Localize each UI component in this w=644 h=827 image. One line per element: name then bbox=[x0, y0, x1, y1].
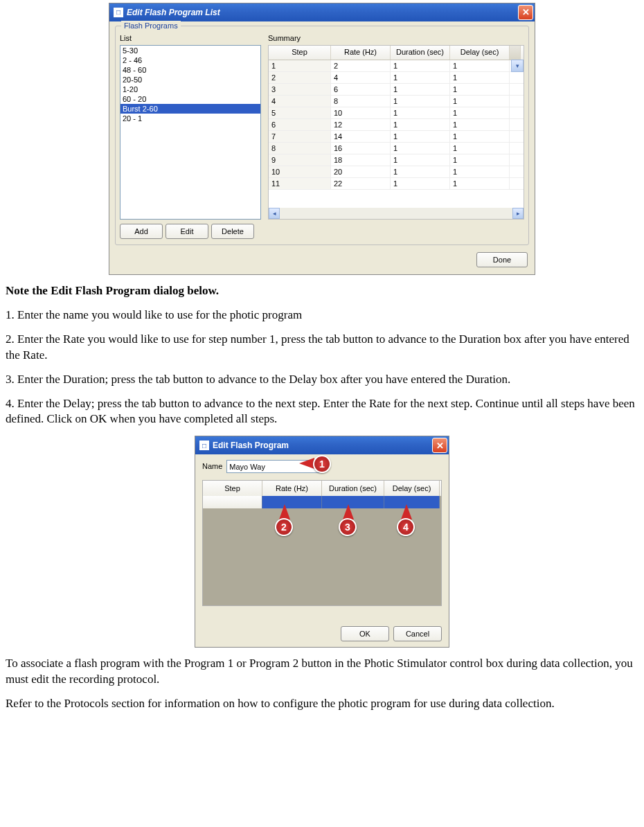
column-header-delay[interactable]: Delay (sec) bbox=[450, 46, 510, 60]
delay-cell[interactable] bbox=[384, 496, 440, 508]
rate-cell[interactable] bbox=[262, 496, 322, 508]
scroll-left-icon[interactable]: ◂ bbox=[269, 208, 280, 219]
scroll-right-icon[interactable]: ▸ bbox=[512, 208, 524, 219]
cell-rate: 14 bbox=[331, 131, 391, 142]
cell-delay: 1 bbox=[450, 107, 510, 118]
dialog-title: Edit Flash Program bbox=[213, 440, 432, 451]
cell-step: 9 bbox=[269, 154, 331, 166]
list-item[interactable]: 20-50 bbox=[120, 75, 260, 85]
table-row[interactable]: 51011 bbox=[269, 107, 524, 119]
cell-step: 7 bbox=[269, 131, 331, 142]
cell-delay: 1 bbox=[450, 178, 510, 189]
scroll-down-icon[interactable]: ▾ bbox=[511, 60, 524, 72]
cell-step: 6 bbox=[269, 119, 331, 130]
add-button[interactable]: Add bbox=[120, 224, 163, 239]
summary-label: Summary bbox=[268, 33, 524, 44]
column-header-rate[interactable]: Rate (Hz) bbox=[331, 46, 391, 60]
table-row[interactable]: 2411 bbox=[269, 72, 524, 84]
table-row[interactable]: 1211 bbox=[269, 60, 524, 72]
cell-rate: 12 bbox=[331, 119, 391, 130]
cell-delay: 1 bbox=[450, 60, 510, 71]
table-row[interactable]: 71411 bbox=[269, 131, 524, 143]
cell-rate: 6 bbox=[331, 84, 391, 95]
cell-rate: 2 bbox=[331, 60, 391, 71]
titlebar: □ Edit Flash Program ✕ bbox=[195, 436, 449, 454]
step-cell[interactable] bbox=[203, 496, 262, 508]
cell-delay: 1 bbox=[450, 96, 510, 107]
column-header-duration[interactable]: Duration (sec) bbox=[391, 46, 450, 60]
cell-delay: 1 bbox=[450, 154, 510, 166]
table-row[interactable]: 61211 bbox=[269, 119, 524, 131]
column-header-step[interactable]: Step bbox=[203, 481, 262, 496]
done-button[interactable]: Done bbox=[476, 252, 528, 267]
list-item[interactable]: 2 - 46 bbox=[120, 55, 260, 65]
delete-button[interactable]: Delete bbox=[211, 224, 254, 239]
name-label: Name bbox=[202, 461, 222, 472]
table-row[interactable]: 4811 bbox=[269, 96, 524, 107]
column-header-duration[interactable]: Duration (sec) bbox=[322, 481, 384, 496]
list-label: List bbox=[120, 33, 261, 44]
cancel-button[interactable]: Cancel bbox=[393, 626, 442, 641]
cell-duration: 1 bbox=[391, 84, 450, 95]
cell-rate: 20 bbox=[331, 166, 391, 177]
cell-rate: 16 bbox=[331, 143, 391, 154]
cell-step: 1 bbox=[269, 60, 331, 71]
cell-rate: 8 bbox=[331, 96, 391, 107]
doc-step-3: 3. Enter the Duration; press the tab but… bbox=[6, 372, 638, 388]
column-header-step[interactable]: Step bbox=[269, 46, 331, 60]
cell-step: 2 bbox=[269, 72, 331, 83]
cell-duration: 1 bbox=[391, 119, 450, 130]
cell-duration: 1 bbox=[391, 178, 450, 189]
cell-delay: 1 bbox=[450, 131, 510, 142]
cell-delay: 1 bbox=[450, 84, 510, 95]
cell-duration: 1 bbox=[391, 154, 450, 166]
app-icon: □ bbox=[114, 8, 123, 17]
groupbox-title: Flash Programs bbox=[121, 21, 181, 31]
cell-duration: 1 bbox=[391, 72, 450, 83]
cell-step: 8 bbox=[269, 143, 331, 154]
table-row[interactable]: 81611 bbox=[269, 143, 524, 154]
cell-step: 3 bbox=[269, 84, 331, 95]
ok-button[interactable]: OK bbox=[341, 626, 389, 641]
arrow-icon bbox=[401, 504, 412, 519]
close-icon[interactable]: ✕ bbox=[432, 438, 447, 453]
cell-delay: 1 bbox=[450, 72, 510, 83]
column-header-delay[interactable]: Delay (sec) bbox=[384, 481, 440, 496]
table-row[interactable]: 102011 bbox=[269, 166, 524, 178]
doc-step-1: 1. Enter the name you would like to use … bbox=[6, 308, 638, 323]
arrow-icon bbox=[279, 504, 290, 519]
cell-step: 4 bbox=[269, 96, 331, 107]
steps-table: Step Rate (Hz) Duration (sec) Delay (sec… bbox=[202, 480, 442, 606]
list-item[interactable]: 20 - 1 bbox=[120, 114, 260, 123]
titlebar: □ Edit Flash Program List ✕ bbox=[109, 3, 535, 21]
table-row[interactable]: 112211 bbox=[269, 178, 524, 190]
doc-heading: Note the Edit Flash Program dialog below… bbox=[6, 283, 638, 299]
cell-duration: 1 bbox=[391, 96, 450, 107]
cell-delay: 1 bbox=[450, 119, 510, 130]
list-item[interactable]: 48 - 60 bbox=[120, 65, 260, 75]
cell-step: 11 bbox=[269, 178, 331, 189]
scrollbar-corner bbox=[510, 46, 521, 60]
list-item[interactable]: 5-30 bbox=[120, 46, 260, 55]
cell-delay: 1 bbox=[450, 143, 510, 154]
horizontal-scrollbar[interactable]: ◂ ▸ bbox=[269, 208, 524, 219]
close-icon[interactable]: ✕ bbox=[518, 5, 533, 20]
cell-step: 10 bbox=[269, 166, 331, 177]
table-row[interactable]: 91811 bbox=[269, 154, 524, 166]
column-header-rate[interactable]: Rate (Hz) bbox=[262, 481, 322, 496]
doc-step-2: 2. Enter the Rate you would like to use … bbox=[6, 332, 638, 364]
list-item[interactable]: 60 - 20 bbox=[120, 94, 260, 104]
edit-button[interactable]: Edit bbox=[166, 224, 208, 239]
cell-duration: 1 bbox=[391, 166, 450, 177]
edit-flash-program-dialog: □ Edit Flash Program ✕ Name Step Rate (H… bbox=[195, 436, 449, 648]
list-item[interactable]: 1-20 bbox=[120, 85, 260, 94]
list-item[interactable]: Burst 2-60 bbox=[120, 104, 260, 114]
cell-duration: 1 bbox=[391, 60, 450, 71]
program-listbox[interactable]: 5-302 - 4648 - 6020-501-2060 - 20Burst 2… bbox=[120, 45, 261, 220]
scrollbar-track[interactable] bbox=[280, 208, 512, 219]
doc-step-4: 4. Enter the Delay; press the tab button… bbox=[6, 396, 638, 428]
arrow-icon bbox=[343, 504, 354, 519]
cell-delay: 1 bbox=[450, 166, 510, 177]
arrow-icon bbox=[299, 458, 314, 469]
table-row[interactable]: 3611 bbox=[269, 84, 524, 96]
